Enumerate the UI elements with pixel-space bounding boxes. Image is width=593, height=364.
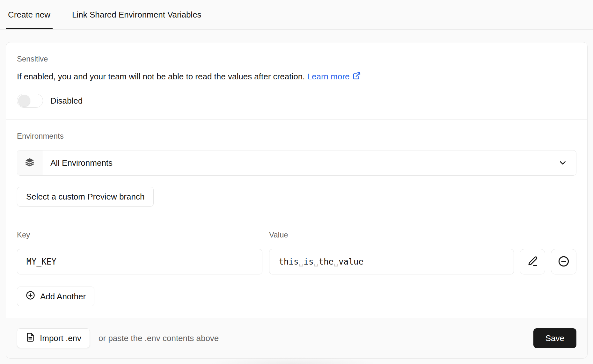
- chevron-down-icon: [558, 158, 567, 168]
- key-value-section: Key Value this␣is␣the␣value: [6, 218, 587, 318]
- sensitive-label: Sensitive: [17, 55, 576, 63]
- sensitive-section: Sensitive If enabled, you and your team …: [6, 42, 587, 119]
- tab-bar: Create new Link Shared Environment Varia…: [0, 0, 593, 30]
- toggle-knob: [18, 95, 30, 107]
- select-custom-preview-branch-button[interactable]: Select a custom Preview branch: [17, 187, 154, 207]
- add-another-button[interactable]: Add Another: [17, 287, 94, 306]
- learn-more-label: Learn more: [307, 71, 350, 82]
- remove-row-button[interactable]: [551, 249, 576, 274]
- env-variables-panel: Create new Link Shared Environment Varia…: [0, 0, 593, 364]
- select-icon-box: [17, 150, 42, 175]
- edit-value-button[interactable]: [520, 249, 545, 274]
- environments-selected-value: All Environments: [50, 158, 113, 168]
- key-label: Key: [17, 230, 262, 239]
- sensitive-toggle[interactable]: [17, 94, 43, 108]
- card-footer: Import .env or paste the .env contents a…: [6, 318, 587, 358]
- value-input[interactable]: this␣is␣the␣value: [269, 249, 514, 274]
- import-env-button[interactable]: Import .env: [17, 328, 90, 348]
- kv-labels-row: Key Value: [17, 230, 576, 239]
- layers-icon: [25, 157, 35, 169]
- sensitive-toggle-state: Disabled: [50, 96, 83, 106]
- save-button[interactable]: Save: [533, 328, 576, 348]
- minus-circle-icon: [558, 255, 570, 268]
- sensitive-description: If enabled, you and your team will not b…: [17, 71, 576, 82]
- key-input[interactable]: [17, 249, 262, 274]
- learn-more-link[interactable]: Learn more: [307, 71, 361, 82]
- tab-link-shared-env-vars[interactable]: Link Shared Environment Variables: [70, 0, 204, 29]
- paste-hint-text: or paste the .env contents above: [99, 333, 219, 343]
- add-another-label: Add Another: [40, 292, 86, 302]
- pencil-icon: [527, 256, 538, 268]
- tab-create-new[interactable]: Create new: [6, 0, 53, 29]
- sensitive-toggle-row: Disabled: [17, 94, 576, 108]
- file-text-icon: [26, 332, 35, 344]
- import-env-label: Import .env: [40, 333, 81, 343]
- environments-label: Environments: [17, 132, 576, 141]
- create-env-variable-card: Sensitive If enabled, you and your team …: [6, 42, 588, 359]
- kv-input-row: this␣is␣the␣value: [17, 249, 576, 274]
- environments-section: Environments All Environments: [6, 120, 587, 218]
- plus-circle-icon: [26, 290, 35, 302]
- external-link-icon: [353, 71, 361, 82]
- sensitive-description-text: If enabled, you and your team will not b…: [17, 72, 305, 81]
- value-label: Value: [269, 230, 576, 239]
- environments-select[interactable]: All Environments: [17, 150, 576, 176]
